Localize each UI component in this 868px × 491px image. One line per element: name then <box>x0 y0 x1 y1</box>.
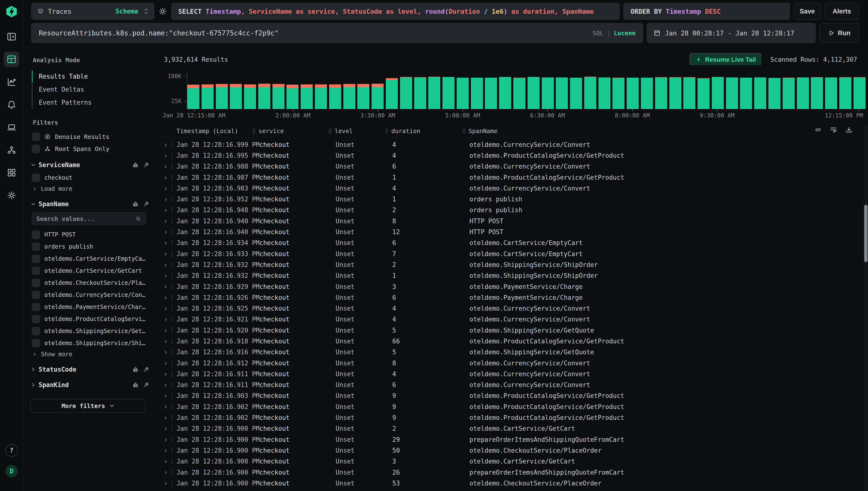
source-settings-gear-icon[interactable] <box>158 7 167 16</box>
denoise-results-toggle[interactable]: Denoise Results <box>32 133 150 141</box>
row-expand-icon[interactable]: › <box>163 338 168 345</box>
user-avatar[interactable]: D <box>5 465 18 478</box>
app-logo-icon[interactable] <box>5 5 18 18</box>
row-expand-icon[interactable]: › <box>163 261 168 268</box>
table-row[interactable]: ›Jan 28 12:28:16.926 PMcheckoutUnset6ote… <box>159 292 862 303</box>
drag-handle-icon[interactable] <box>327 128 333 134</box>
dashboards-nav-icon[interactable] <box>4 165 19 180</box>
servicename-section-header[interactable]: ServiceName <box>30 161 149 169</box>
spanname-search-input[interactable] <box>36 215 132 222</box>
table-row[interactable]: ›Jan 28 12:28:16.940 PMcheckoutUnset8HTT… <box>159 215 862 227</box>
spanname-checkbox[interactable] <box>32 231 40 239</box>
spanname-value[interactable]: oteldemo.ProductCatalogServi… <box>32 315 150 323</box>
table-row[interactable]: ›Jan 28 12:28:16.999 PMcheckoutUnset4ote… <box>159 139 862 150</box>
spanname-checkbox[interactable] <box>32 279 40 287</box>
row-expand-icon[interactable]: › <box>163 228 168 236</box>
table-row[interactable]: ›Jan 28 12:28:16.921 PMcheckoutUnset4ote… <box>159 314 862 325</box>
table-row[interactable]: ›Jan 28 12:28:16.987 PMcheckoutUnset1ote… <box>159 172 862 183</box>
row-expand-cell[interactable]: › <box>159 261 177 268</box>
spanname-checkbox[interactable] <box>32 291 40 299</box>
table-row[interactable]: ›Jan 28 12:28:16.934 PMcheckoutUnset6ote… <box>159 237 862 249</box>
col-spanname[interactable]: SpanName <box>461 127 862 135</box>
row-expand-icon[interactable]: › <box>163 348 168 356</box>
row-expand-cell[interactable]: › <box>159 185 177 192</box>
table-row[interactable]: ›Jan 28 12:28:16.920 PMcheckoutUnset5ote… <box>159 325 862 336</box>
table-row[interactable]: ›Jan 28 12:28:16.900 PMcheckoutUnset29pr… <box>159 434 862 445</box>
spanname-value[interactable]: orders publish <box>32 242 150 251</box>
row-expand-cell[interactable]: › <box>159 218 177 225</box>
histogram-chart[interactable]: Jan 28 12:15:00 AM2:00:00 AM3:30:00 AM5:… <box>154 70 866 118</box>
row-expand-cell[interactable]: › <box>159 469 177 476</box>
row-expand-cell[interactable]: › <box>159 403 177 410</box>
bar-chart-icon[interactable] <box>132 201 139 207</box>
table-row[interactable]: ›Jan 28 12:28:16.995 PMcheckoutUnset4ote… <box>159 150 862 161</box>
servicename-load-more[interactable]: Load more <box>32 185 150 192</box>
table-row[interactable]: ›Jan 28 12:28:16.929 PMcheckoutUnset3ote… <box>159 281 862 292</box>
alerts-nav-icon[interactable] <box>4 97 19 112</box>
help-icon[interactable]: ? <box>5 444 18 457</box>
col-duration[interactable]: duration <box>384 127 470 135</box>
row-expand-icon[interactable]: › <box>163 174 168 181</box>
bar-chart-icon[interactable] <box>132 366 139 373</box>
table-row[interactable]: ›Jan 28 12:28:16.925 PMcheckoutUnset4ote… <box>159 303 862 314</box>
row-expand-cell[interactable]: › <box>159 458 177 465</box>
row-expand-icon[interactable]: › <box>163 392 168 399</box>
analysis-mode-item[interactable]: Event Deltas <box>33 83 150 96</box>
row-expand-cell[interactable]: › <box>159 305 177 312</box>
row-expand-cell[interactable]: › <box>159 414 177 421</box>
run-button[interactable]: Run <box>819 23 859 43</box>
drag-handle-icon[interactable] <box>251 128 257 134</box>
table-row[interactable]: ›Jan 28 12:28:16.932 PMcheckoutUnset2ote… <box>159 259 862 270</box>
row-expand-icon[interactable]: › <box>163 196 168 203</box>
scrollbar-thumb[interactable] <box>864 205 868 262</box>
table-row[interactable]: ›Jan 28 12:28:16.903 PMcheckoutUnset9ote… <box>159 391 862 401</box>
pin-icon[interactable] <box>143 201 149 207</box>
scrollbar-track[interactable] <box>864 125 868 491</box>
row-expand-cell[interactable]: › <box>159 239 177 247</box>
row-expand-icon[interactable]: › <box>163 185 168 192</box>
row-expand-cell[interactable]: › <box>159 359 177 367</box>
row-expand-icon[interactable]: › <box>163 239 168 247</box>
spanname-checkbox[interactable] <box>32 303 40 311</box>
row-expand-cell[interactable]: › <box>159 316 177 323</box>
spanname-section-header[interactable]: SpanName <box>30 200 149 208</box>
table-row[interactable]: ›Jan 28 12:28:16.988 PMcheckoutUnset6ote… <box>159 161 862 172</box>
table-row[interactable]: ›Jan 28 12:28:16.983 PMcheckoutUnset4ote… <box>159 183 862 194</box>
row-expand-icon[interactable]: › <box>163 163 168 170</box>
table-row[interactable]: ›Jan 28 12:28:16.911 PMcheckoutUnset4ote… <box>159 369 862 379</box>
table-row[interactable]: ›Jan 28 12:28:16.900 PMcheckoutUnset26pr… <box>159 467 862 478</box>
row-expand-cell[interactable]: › <box>159 272 177 279</box>
table-row[interactable]: ›Jan 28 12:28:16.900 PMcheckoutUnset50ot… <box>159 445 862 456</box>
sessions-nav-icon[interactable] <box>4 120 19 135</box>
alerts-button[interactable]: Alerts <box>825 3 859 20</box>
table-row[interactable]: ›Jan 28 12:28:16.900 PMcheckoutUnset2ote… <box>159 423 862 434</box>
time-range-picker[interactable]: Jan 28 00:28:17 - Jan 28 12:28:17 <box>647 23 816 43</box>
spanname-checkbox[interactable] <box>32 339 40 347</box>
row-expand-icon[interactable]: › <box>163 305 168 312</box>
row-expand-icon[interactable]: › <box>163 425 168 432</box>
histogram-plot[interactable] <box>187 71 866 109</box>
row-expand-icon[interactable]: › <box>163 447 168 454</box>
row-expand-icon[interactable]: › <box>163 480 168 487</box>
row-expand-icon[interactable]: › <box>163 414 168 421</box>
table-row[interactable]: ›Jan 28 12:28:16.900 PMcheckoutUnset3ote… <box>159 456 862 467</box>
row-expand-icon[interactable]: › <box>163 141 168 148</box>
settings-nav-icon[interactable] <box>4 187 19 203</box>
search-input[interactable]: ResourceAttributes.k8s.pod.name:"checkou… <box>39 29 588 37</box>
spanname-checkbox[interactable] <box>32 242 40 251</box>
col-level[interactable]: level <box>327 127 392 135</box>
row-expand-cell[interactable]: › <box>159 228 177 236</box>
lucene-toggle[interactable]: Lucene <box>614 30 635 37</box>
row-expand-icon[interactable]: › <box>163 381 168 388</box>
search-bar[interactable]: ResourceAttributes.k8s.pod.name:"checkou… <box>31 23 643 43</box>
statuscode-section-header[interactable]: StatusCode <box>30 366 149 373</box>
spankind-section-header[interactable]: SpanKind <box>30 381 149 388</box>
bar-chart-icon[interactable] <box>132 162 139 168</box>
row-expand-icon[interactable]: › <box>163 370 168 378</box>
row-expand-icon[interactable]: › <box>163 283 168 290</box>
denoise-checkbox[interactable] <box>32 133 40 141</box>
col-timestamp[interactable]: Timestamp (Local) <box>177 127 260 135</box>
servicename-checkbox[interactable] <box>32 174 40 182</box>
row-expand-cell[interactable]: › <box>159 370 177 378</box>
row-expand-cell[interactable]: › <box>159 196 177 203</box>
